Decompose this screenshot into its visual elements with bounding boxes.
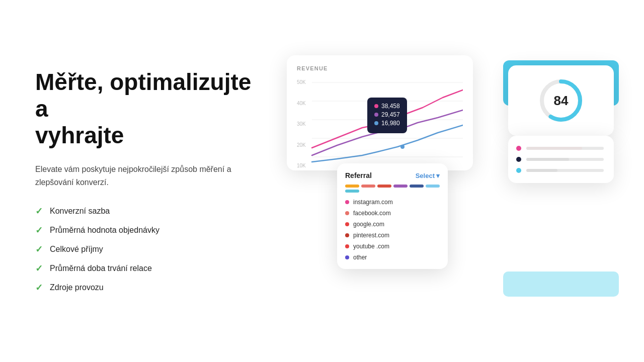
- tooltip-dot-2: [374, 113, 378, 117]
- referral-list: instagram.com facebook.com google.com pi…: [345, 199, 440, 261]
- color-bar-1: [345, 185, 359, 188]
- donut-chart: 84: [536, 75, 586, 126]
- stat-row: [516, 146, 604, 151]
- score-value: 84: [536, 75, 586, 126]
- list-item: facebook.com: [345, 210, 440, 217]
- chart-yaxis: 50K 40K 30K 20K 10K: [297, 77, 306, 170]
- stat-bar-fill-3: [526, 169, 557, 172]
- svg-point-7: [400, 145, 405, 149]
- referral-title: Referral: [345, 171, 372, 179]
- color-bar-6: [426, 185, 440, 188]
- stat-row: [516, 168, 604, 173]
- referral-header: Referral Select ▾: [345, 171, 440, 179]
- stat-bar-bg-3: [526, 169, 604, 172]
- feature-item: ✓Zdroje provozu: [35, 282, 257, 293]
- stats-card: [508, 136, 614, 183]
- tooltip-dot-1: [374, 104, 378, 108]
- tooltip-dot-3: [374, 121, 378, 125]
- headline: Měřte, optimalizujte a vyhrajte: [35, 69, 257, 149]
- features-list: ✓Konverzní sazba✓Průměrná hodnota objedn…: [35, 206, 257, 293]
- stat-row: [516, 157, 604, 162]
- stat-bar-bg-2: [526, 158, 604, 161]
- chevron-down-icon: ▾: [436, 172, 440, 179]
- referral-dot: [345, 233, 349, 237]
- stat-dot-2: [516, 157, 521, 162]
- stat-bar-fill-2: [526, 158, 569, 161]
- list-item: other: [345, 254, 440, 261]
- stat-dot-3: [516, 168, 521, 173]
- color-bar-2: [361, 185, 375, 188]
- referral-dot: [345, 255, 349, 259]
- feature-item: ✓Konverzní sazba: [35, 206, 257, 217]
- stat-bar-bg-1: [526, 147, 604, 150]
- select-button[interactable]: Select ▾: [416, 172, 440, 179]
- color-bar-7: [345, 190, 359, 193]
- referral-dot: [345, 200, 349, 204]
- feature-item: ✓Celkové příjmy: [35, 244, 257, 255]
- referral-dot: [345, 211, 349, 215]
- color-dots-row: [345, 185, 440, 193]
- main-container: Měřte, optimalizujte a vyhrajte Elevate …: [0, 55, 644, 307]
- list-item: youtube .com: [345, 243, 440, 250]
- blue-accent-strip-bottom: [503, 272, 619, 297]
- color-bar-5: [410, 185, 424, 188]
- feature-item: ✓Průměrná hodnota objednávky: [35, 225, 257, 236]
- headline-line2: vyhrajte: [35, 122, 124, 148]
- revenue-card: REVENUE 50K 40K 30K 20K 10K: [287, 55, 473, 170]
- referral-dot: [345, 244, 349, 248]
- stat-dot-1: [516, 146, 521, 151]
- check-icon: ✓: [35, 244, 43, 255]
- score-card: 84: [508, 65, 614, 136]
- list-item: instagram.com: [345, 199, 440, 206]
- description: Elevate vám poskytuje nejpokročilejší zp…: [35, 163, 257, 190]
- right-panel: REVENUE 50K 40K 30K 20K 10K: [287, 55, 609, 307]
- headline-line1: Měřte, optimalizujte a: [35, 69, 251, 122]
- referral-card: Referral Select ▾ instagram.com: [337, 163, 448, 269]
- check-icon: ✓: [35, 263, 43, 274]
- check-icon: ✓: [35, 282, 43, 293]
- list-item: google.com: [345, 221, 440, 228]
- left-panel: Měřte, optimalizujte a vyhrajte Elevate …: [35, 69, 257, 293]
- color-bar-4: [393, 185, 408, 188]
- stat-bar-fill-1: [526, 147, 582, 150]
- chart-area: 50K 40K 30K 20K 10K: [297, 77, 463, 170]
- feature-item: ✓Průměrná doba trvání relace: [35, 263, 257, 274]
- chart-tooltip: 38,458 29,457 16,980: [367, 98, 407, 133]
- check-icon: ✓: [35, 225, 43, 236]
- color-bar-3: [377, 185, 391, 188]
- referral-dot: [345, 222, 349, 226]
- list-item: pinterest.com: [345, 232, 440, 239]
- revenue-label: REVENUE: [297, 65, 463, 71]
- check-icon: ✓: [35, 206, 43, 217]
